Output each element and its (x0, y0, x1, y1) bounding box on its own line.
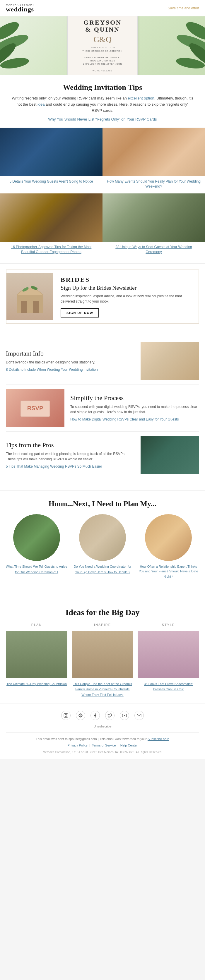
divider-5 (0, 486, 205, 486)
circle-image-2 (79, 514, 126, 561)
svg-rect-10 (33, 301, 38, 313)
twitter-icon[interactable] (105, 711, 115, 720)
footer-links: This email was sent to spouse@gmail.com … (6, 737, 199, 741)
email-icon[interactable] (135, 711, 144, 720)
grid-image-1 (0, 128, 102, 176)
grid-caption-1: 5 Details Your Wedding Guests Aren't Goi… (0, 176, 102, 188)
circle-item-3: How Often a Relationship Expert Thinks Y… (138, 514, 199, 579)
tips-image (141, 436, 199, 474)
simplify-text: Simplify the Process To succeed with you… (70, 394, 199, 422)
divider-6 (0, 594, 205, 594)
important-info-title: Important Info (6, 350, 135, 357)
ideas-link-inspire[interactable]: This Couple Tied the Knot at the Groom's… (73, 682, 132, 697)
article-section: Wedding Invitation Tips Writing "regrets… (0, 75, 205, 128)
content-row-simplify: RSVP Simplify the Process To succeed wit… (6, 389, 199, 427)
content-row-important-info: Important Info Don't overlook the basics… (6, 342, 199, 380)
ideas-placeholder-style (138, 631, 199, 678)
terms-link[interactable]: Terms of Service (92, 743, 116, 747)
ideas-placeholder-inspire (72, 631, 133, 678)
ideas-image-style (138, 631, 199, 678)
grid-link-1[interactable]: 5 Details Your Wedding Guests Aren't Goi… (10, 180, 93, 183)
ideas-link-plan[interactable]: The Ultimate 30-Day Wedding Countdown (6, 682, 67, 686)
signup-button[interactable]: SIGN UP NOW (61, 308, 99, 318)
ideas-col-header-plan: PLAN (6, 623, 67, 628)
grid-link-2[interactable]: How Many Events Should You Really Plan f… (107, 180, 200, 188)
facebook-icon[interactable] (90, 711, 100, 720)
tips-title: Tips from the Pros (6, 441, 135, 449)
newsletter-img-placeholder (6, 273, 53, 320)
footer-divider (6, 732, 199, 733)
hero-section: GREYSON& QUINN G&Q INVITE YOU TO JOIN TH… (0, 16, 205, 75)
hero-leaves-right-icon (167, 16, 205, 72)
ideas-title: Ideas for the Big Day (6, 608, 199, 617)
ideas-col-header-inspire: INSPIRE (72, 623, 133, 628)
important-info-text: Important Info Don't overlook the basics… (6, 350, 135, 372)
divider-1 (0, 263, 205, 264)
grid-image-4 (102, 193, 205, 242)
article-body: Writing "regrets only" on your wedding R… (12, 95, 193, 113)
ideas-col-header-style: STYLE (138, 623, 199, 628)
ideas-link-style[interactable]: 38 Looks That Prove Bridesmaids' Dresses… (144, 682, 193, 691)
tips-text: Tips from the Pros The least exciting pa… (6, 441, 135, 469)
circle-link-3[interactable]: How Often a Relationship Expert Thinks Y… (138, 565, 199, 579)
article-title: Wedding Invitation Tips (12, 83, 193, 92)
divider-2 (0, 330, 205, 330)
content-rows: Important Info Don't overlook the basics… (0, 334, 205, 481)
ideas-col-inspire: INSPIRE This Couple Tied the Knot at the… (72, 623, 133, 697)
grid-item-2: How Many Events Should You Really Plan f… (102, 128, 205, 193)
invitation-card: GREYSON& QUINN G&Q INVITE YOU TO JOIN TH… (67, 16, 138, 75)
article-body-link1[interactable]: excellent option (128, 96, 154, 100)
logo: MARTHA STEWART weddings (6, 3, 34, 13)
svg-marker-18 (124, 715, 125, 716)
grid-link-3[interactable]: 16 Photographer-Approved Tips for Taking… (11, 245, 92, 254)
grid-image-3 (0, 193, 102, 242)
newsletter-title: Sign Up for the Brides Newsletter (61, 285, 191, 291)
grid-item-4: 28 Unique Ways to Seat Guests at Your We… (102, 193, 205, 259)
article-body-link2[interactable]: idea (37, 102, 45, 107)
article-main-link[interactable]: Why You Should Never List "Regrets Only"… (48, 117, 157, 121)
circle-placeholder-3 (145, 514, 192, 561)
svg-point-16 (65, 714, 67, 717)
youtube-icon[interactable] (120, 711, 129, 720)
pinterest-icon[interactable] (76, 711, 85, 720)
invitation-text: INVITE YOU TO JOIN THEIR MARRIAGE CELEBR… (74, 46, 131, 72)
invitation-names: GREYSON& QUINN (74, 19, 131, 33)
invitation-monogram: G&Q (74, 35, 131, 44)
important-info-body: Don't overlook the basics when designing… (6, 360, 135, 365)
svg-rect-15 (64, 713, 68, 717)
circles-grid: What Time Should We Tell Guests to Arriv… (6, 514, 199, 579)
header-nav-link[interactable]: Save time and effort (168, 6, 199, 10)
rsvp-image: RSVP (6, 389, 64, 427)
divider-4 (6, 431, 199, 432)
grid-caption-3: 16 Photographer-Approved Tips for Taking… (0, 242, 102, 259)
footer-sent-to: This email was sent to spouse@gmail.com … (36, 737, 147, 741)
simplify-link[interactable]: How to Make Digital Wedding RSVPs Clear … (70, 417, 199, 422)
circle-placeholder-1 (13, 514, 60, 561)
ideas-col-style: STYLE 38 Looks That Prove Bridesmaids' D… (138, 623, 199, 697)
circle-link-2[interactable]: Do You Need a Wedding Coordinator for Yo… (72, 565, 133, 575)
newsletter-content: BRIDES Sign Up for the Brides Newsletter… (53, 270, 199, 324)
logo-brand-main: weddings (6, 6, 34, 13)
footer-address: Meredith Corporation, 1716 Locust Street… (6, 750, 199, 754)
social-icons (6, 711, 199, 720)
tips-link[interactable]: 5 Tips That Make Managing Wedding RSVPs … (6, 464, 135, 469)
help-link[interactable]: Help Center (120, 743, 138, 747)
circle-link-1[interactable]: What Time Should We Tell Guests to Arriv… (6, 565, 67, 575)
unsubscribe-link[interactable]: Unsubscribe (93, 725, 111, 728)
grid-link-4[interactable]: 28 Unique Ways to Seat Guests at Your We… (115, 245, 192, 254)
footer-subscribe-link[interactable]: Subscribe here (147, 737, 169, 741)
ideas-columns: PLAN The Ultimate 30-Day Wedding Countdo… (6, 623, 199, 697)
hero-leaves-left-icon (0, 16, 38, 72)
circle-arrow-2: › (128, 570, 130, 574)
privacy-policy-link[interactable]: Privacy Policy (67, 743, 87, 747)
svg-text:RSVP: RSVP (27, 405, 43, 411)
instagram-icon[interactable] (61, 711, 70, 720)
circle-placeholder-2 (79, 514, 126, 561)
important-info-link[interactable]: 8 Details to Include When Wording Your W… (6, 367, 135, 372)
next-title: Hmm...Next, I Need to Plan My... (6, 500, 199, 508)
ideas-section: Ideas for the Big Day PLAN The Ultimate … (0, 599, 205, 703)
circle-item-1: What Time Should We Tell Guests to Arriv… (6, 514, 67, 579)
circle-image-1 (13, 514, 60, 561)
header: MARTHA STEWART weddings Save time and ef… (0, 0, 205, 16)
svg-rect-9 (21, 301, 27, 313)
